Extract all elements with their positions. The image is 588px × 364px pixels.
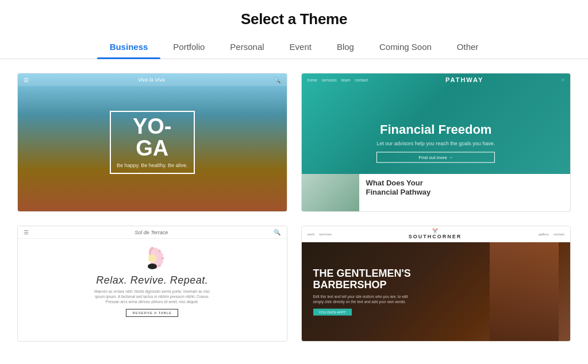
barber-nav-link-2: gallery <box>539 233 549 236</box>
pathway-hero-title: Financial Freedom <box>376 122 495 137</box>
barbershop-hero-text: THE GENTLEMEN'SBARBERSHOP Edit this text… <box>313 268 417 316</box>
barbershop-hero-title: THE GENTLEMEN'SBARBERSHOP <box>313 268 417 291</box>
yoga-mockup: ☰ Viva la Viva 🔍 YO-GA Be happy. Be heal… <box>18 73 287 211</box>
pathway-preview: home services team contact PATHWAY ○ Fin… <box>302 73 571 211</box>
theme-card-barbershop[interactable]: work services ✂️ SOUTHCORNER gallery con… <box>301 226 571 342</box>
barber-nav-link-3: contact <box>554 233 564 236</box>
nav-team: team <box>341 78 351 82</box>
pathway-bottom-text: What Does YourFinancial Pathway <box>359 174 438 211</box>
terrace-search-icon: 🔍 <box>274 229 280 235</box>
barber-logo-icon: ✂️ <box>409 229 462 234</box>
terrace-reserve-button[interactable]: RESERVE A TABLE <box>126 309 178 317</box>
pathway-hero: Financial Freedom Let our advisors help … <box>376 122 495 163</box>
barbershop-cta-button[interactable]: YOU DATE APPT <box>313 308 352 315</box>
tab-event[interactable]: Event <box>277 36 324 59</box>
theme-card-pathway[interactable]: home services team contact PATHWAY ○ Fin… <box>301 73 571 212</box>
pathway-logo: PATHWAY <box>445 76 483 83</box>
barber-logo-block: ✂️ SOUTHCORNER <box>409 229 462 239</box>
barber-nav-link: services <box>319 233 332 236</box>
yoga-hero-box: YO-GA Be happy. Be healthy. Be alive. <box>110 111 195 174</box>
pathway-cta-button[interactable]: Find out more → <box>376 152 495 163</box>
terrace-flower-icon <box>135 243 170 272</box>
terrace-topbar: ☰ Sol de Terrace 🔍 <box>18 226 287 239</box>
pathway-bottom-image <box>302 174 359 211</box>
terrace-hamburger-icon: ☰ <box>24 229 29 235</box>
barber-nav-right: gallery contact <box>539 233 564 236</box>
barber-nav: work services <box>308 233 332 236</box>
page-header: Select a Theme <box>0 0 588 28</box>
theme-card-yoga[interactable]: ☰ Viva la Viva 🔍 YO-GA Be happy. Be heal… <box>17 73 287 212</box>
barbershop-preview: work services ✂️ SOUTHCORNER gallery con… <box>302 226 571 341</box>
svg-point-8 <box>148 254 156 262</box>
search-icon: 🔍 <box>274 77 280 83</box>
nav-home: home <box>308 78 318 82</box>
tab-portfolio[interactable]: Portfolio <box>160 36 217 59</box>
terrace-mockup: ☰ Sol de Terrace 🔍 <box>18 226 287 341</box>
barbershop-hero-subtitle: Edit this text and tell your site visito… <box>313 293 417 304</box>
barbershop-topbar: work services ✂️ SOUTHCORNER gallery con… <box>302 226 571 242</box>
tab-blog[interactable]: Blog <box>324 36 367 59</box>
terrace-headline: Relax. Revive. Repeat. <box>96 274 208 286</box>
page-title: Select a Theme <box>0 10 588 28</box>
tab-other[interactable]: Other <box>444 36 491 59</box>
yoga-hero-subtitle: Be happy. Be healthy. Be alive. <box>117 162 188 168</box>
pathway-bottom-heading: What Does YourFinancial Pathway <box>366 179 431 196</box>
pathway-search-icon: ○ <box>562 77 564 83</box>
pathway-nav: home services team contact <box>308 78 368 82</box>
barbershop-figure <box>490 242 559 341</box>
tabs-bar: Business Portfolio Personal Event Blog C… <box>0 36 588 59</box>
themes-grid: ☰ Viva la Viva 🔍 YO-GA Be happy. Be heal… <box>0 59 588 355</box>
yoga-hero-title: YO-GA <box>117 115 188 159</box>
barber-logo-text: SOUTHCORNER <box>409 234 462 239</box>
theme-card-terrace[interactable]: ☰ Sol de Terrace 🔍 <box>17 226 287 342</box>
terrace-preview: ☰ Sol de Terrace 🔍 <box>18 226 287 341</box>
pathway-hero-subtitle: Let our advisors help you reach the goal… <box>376 141 495 146</box>
tab-business[interactable]: Business <box>97 36 161 59</box>
nav-contact: contact <box>355 78 368 82</box>
pathway-bottom-section: What Does YourFinancial Pathway <box>302 174 571 211</box>
tab-personal[interactable]: Personal <box>217 36 276 59</box>
terrace-subtext: Maecen ac ornare nibh. Morbi dignissim s… <box>89 289 216 304</box>
pathway-mockup: home services team contact PATHWAY ○ Fin… <box>302 73 571 211</box>
pathway-topbar: home services team contact PATHWAY ○ <box>302 73 571 86</box>
barbershop-hero: THE GENTLEMEN'SBARBERSHOP Edit this text… <box>302 242 571 341</box>
svg-point-9 <box>148 264 157 269</box>
yoga-preview: ☰ Viva la Viva 🔍 YO-GA Be happy. Be heal… <box>18 73 287 211</box>
nav-services: services <box>322 78 337 82</box>
hamburger-icon: ☰ <box>24 77 29 83</box>
tab-coming-soon[interactable]: Coming Soon <box>367 36 444 59</box>
terrace-site-title: Sol de Terrace <box>134 230 168 235</box>
barber-nav-link: work <box>308 233 315 236</box>
yoga-topbar: ☰ Viva la Viva 🔍 <box>18 73 287 86</box>
yoga-site-title: Viva la Viva <box>138 77 165 83</box>
